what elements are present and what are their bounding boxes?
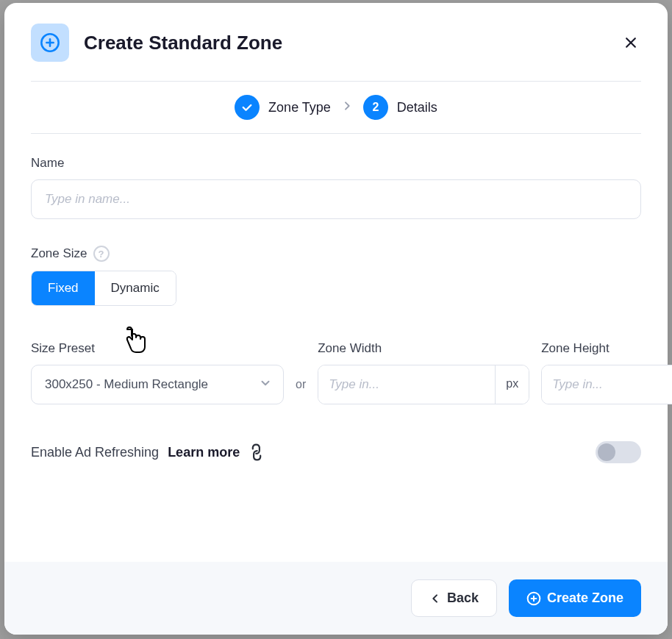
plus-circle-badge-icon bbox=[31, 24, 69, 62]
zone-height-input-wrap: px bbox=[541, 365, 672, 404]
ad-refreshing-row: Enable Ad Refreshing Learn more bbox=[31, 441, 641, 463]
modal-footer: Back Create Zone bbox=[4, 562, 668, 635]
help-icon[interactable]: ? bbox=[93, 246, 110, 262]
or-label: or bbox=[296, 378, 306, 404]
size-preset-select[interactable]: 300x250 - Medium Rectangle bbox=[31, 365, 284, 404]
name-section: Name bbox=[31, 156, 641, 219]
create-zone-modal: Create Standard Zone Zone Type bbox=[4, 3, 668, 635]
dynamic-button[interactable]: Dynamic bbox=[95, 271, 176, 305]
zone-width-input-wrap: px bbox=[318, 365, 529, 404]
step-label: Zone Type bbox=[268, 100, 331, 115]
toggle-knob bbox=[598, 443, 615, 461]
stepper-wrap: Zone Type 2 Details bbox=[4, 81, 668, 134]
chevron-left-icon bbox=[429, 593, 441, 604]
chevron-down-icon bbox=[259, 376, 272, 393]
step-label: Details bbox=[397, 100, 437, 115]
header-left: Create Standard Zone bbox=[31, 24, 282, 62]
name-input[interactable] bbox=[31, 179, 641, 219]
size-row: Size Preset 300x250 - Medium Rectangle o… bbox=[31, 341, 641, 404]
link-icon bbox=[246, 440, 268, 463]
size-preset-value: 300x250 - Medium Rectangle bbox=[31, 365, 284, 404]
size-preset-label: Size Preset bbox=[31, 341, 284, 356]
back-button[interactable]: Back bbox=[411, 579, 497, 617]
step-details[interactable]: 2 Details bbox=[363, 95, 437, 120]
create-label: Create Zone bbox=[547, 590, 623, 606]
stepper: Zone Type 2 Details bbox=[31, 81, 641, 134]
modal-header: Create Standard Zone bbox=[4, 3, 668, 81]
plus-circle-icon bbox=[526, 591, 541, 606]
chevron-right-icon bbox=[341, 100, 353, 115]
close-button[interactable] bbox=[621, 32, 641, 53]
fixed-button[interactable]: Fixed bbox=[32, 271, 95, 305]
size-preset-col: Size Preset 300x250 - Medium Rectangle bbox=[31, 341, 284, 404]
back-label: Back bbox=[447, 590, 479, 606]
step-number-icon: 2 bbox=[363, 95, 388, 120]
zone-width-input[interactable] bbox=[318, 365, 495, 404]
zone-height-label: Zone Height bbox=[541, 341, 672, 356]
modal-body: Name Zone Size ? Fixed Dynamic Size Pres… bbox=[4, 134, 668, 562]
ad-refreshing-label: Enable Ad Refreshing bbox=[31, 445, 159, 460]
close-icon bbox=[623, 35, 638, 50]
zone-size-label: Zone Size ? bbox=[31, 246, 641, 262]
name-label: Name bbox=[31, 156, 641, 171]
learn-more-link[interactable]: Learn more bbox=[168, 445, 240, 460]
modal-title: Create Standard Zone bbox=[84, 32, 282, 54]
zone-width-label: Zone Width bbox=[318, 341, 529, 356]
zone-size-label-text: Zone Size bbox=[31, 246, 87, 261]
create-zone-button[interactable]: Create Zone bbox=[509, 579, 641, 617]
step-zone-type[interactable]: Zone Type bbox=[235, 95, 331, 120]
zone-size-toggle: Fixed Dynamic bbox=[31, 271, 176, 306]
zone-width-col: Zone Width px bbox=[318, 341, 529, 404]
zone-height-input[interactable] bbox=[542, 365, 672, 404]
zone-height-col: Zone Height px bbox=[541, 341, 672, 404]
step-check-icon bbox=[235, 95, 260, 120]
zone-size-section: Zone Size ? Fixed Dynamic bbox=[31, 246, 641, 306]
ad-refreshing-left: Enable Ad Refreshing Learn more bbox=[31, 444, 265, 460]
width-unit: px bbox=[495, 365, 529, 404]
ad-refreshing-toggle[interactable] bbox=[596, 441, 641, 463]
